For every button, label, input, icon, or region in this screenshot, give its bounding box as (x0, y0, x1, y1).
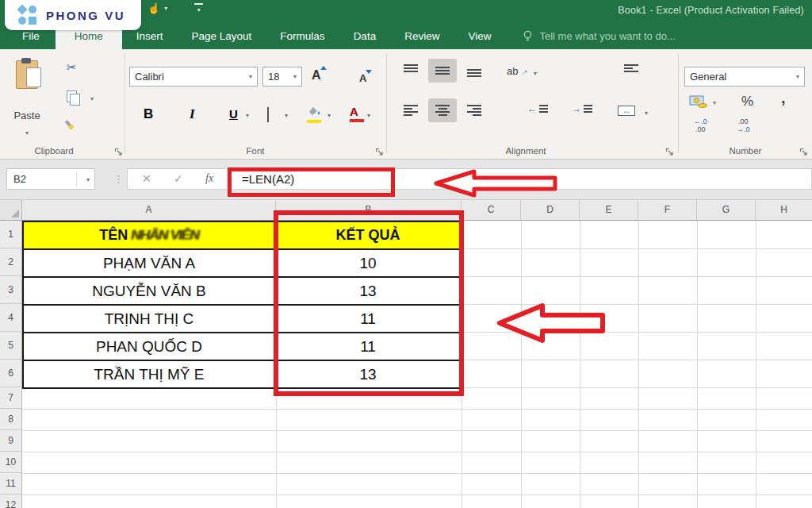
paste-dropdown[interactable]: ▾ (6, 124, 48, 138)
column-header-a[interactable]: A (22, 200, 276, 220)
row-header-9[interactable]: 9 (0, 430, 22, 452)
grip-dots-icon: ⋮ (113, 173, 124, 185)
align-left-button[interactable] (404, 105, 418, 116)
column-header-g[interactable]: G (697, 200, 756, 220)
lightbulb-icon (523, 30, 533, 42)
insert-function-icon[interactable]: fx (205, 172, 213, 185)
font-color-dropdown[interactable]: ▾ (367, 112, 370, 119)
column-header-h[interactable]: H (756, 200, 812, 220)
align-middle-button[interactable] (435, 64, 450, 77)
font-size-combo[interactable]: 18▾ (262, 67, 302, 87)
phongvu-logo-icon (17, 6, 36, 25)
merge-center-button[interactable]: ↔ (618, 106, 635, 116)
enter-icon[interactable]: ✓ (174, 172, 183, 185)
column-header-e[interactable]: E (580, 200, 638, 220)
fill-color-button[interactable] (307, 105, 321, 119)
tab-review[interactable]: Review (390, 22, 454, 49)
increase-decimal-button[interactable]: ←.0 .00 (694, 117, 707, 133)
tab-formulas[interactable]: Formulas (266, 22, 339, 49)
accounting-dropdown[interactable]: ▾ (713, 99, 716, 106)
cancel-icon[interactable]: ✕ (142, 172, 151, 185)
tab-view[interactable]: View (454, 22, 505, 49)
paste-button[interactable] (16, 58, 43, 93)
format-painter-icon[interactable] (63, 119, 76, 135)
row-header-8[interactable]: 8 (0, 409, 22, 430)
underline-button[interactable]: U (229, 107, 238, 121)
row-header-2[interactable]: 2 (0, 248, 22, 276)
row-header-12[interactable]: 12 (0, 495, 22, 508)
row-header-column: 1 2 3 4 5 6 7 8 9 10 11 12 (0, 221, 22, 508)
orientation-button[interactable]: ab→ (507, 65, 528, 77)
row-header-3[interactable]: 3 (0, 276, 22, 304)
select-all-corner[interactable] (0, 200, 22, 220)
font-color-button[interactable]: A (350, 105, 358, 119)
number-group: General▾ ▾ % , ←.0 .00 .00 →.0 Number (678, 49, 812, 159)
percent-style-button[interactable]: % (741, 94, 753, 110)
name-box[interactable]: B2 ▾ (6, 168, 95, 190)
formula-annotation-box (228, 167, 395, 197)
alignment-dialog-launcher[interactable] (665, 145, 674, 154)
touch-mode-button[interactable]: ☝ ▾ (147, 2, 167, 14)
column-header-d[interactable]: D (521, 200, 580, 220)
tab-page-layout[interactable]: Page Layout (178, 22, 266, 49)
row-header-11[interactable]: 11 (0, 473, 22, 495)
borders-dropdown[interactable]: ▾ (285, 112, 288, 119)
grow-font-button[interactable]: A (312, 68, 321, 82)
underline-dropdown[interactable]: ▾ (246, 112, 249, 119)
font-name-combo[interactable]: Calibri▾ (129, 67, 258, 87)
merge-center-dropdown[interactable]: ▾ (645, 110, 648, 117)
orientation-dropdown[interactable]: ▾ (534, 70, 537, 77)
decrease-indent-button[interactable]: ← (527, 105, 553, 113)
row-header-10[interactable]: 10 (0, 452, 22, 473)
circle-shape (29, 6, 36, 13)
row-header-6[interactable]: 6 (0, 360, 22, 387)
phongvu-logo: PHONG VU (5, 0, 141, 30)
phongvu-logo-text: PHONG VU (46, 9, 125, 22)
paste-label[interactable]: Paste (6, 110, 48, 121)
row-header-7[interactable]: 7 (0, 387, 22, 409)
cell-a2[interactable]: PHẠM VĂN A (22, 250, 276, 276)
name-box-value: B2 (13, 173, 26, 185)
font-group-label: Font (216, 146, 295, 156)
align-right-button[interactable] (467, 105, 481, 116)
row-header-4[interactable]: 4 (0, 304, 22, 332)
customize-qat-button[interactable]: ▾ (194, 3, 203, 13)
row-header-1[interactable]: 1 (0, 221, 22, 248)
decrease-decimal-button[interactable]: .00 →.0 (737, 117, 750, 133)
cell-a4[interactable]: TRỊNH THỊ C (22, 306, 276, 332)
tell-me-box[interactable]: Tell me what you want to do... (523, 22, 675, 49)
cell-a5[interactable]: PHAN QUỐC D (22, 333, 276, 360)
circle-shape (18, 17, 26, 25)
clipboard-dialog-launcher[interactable] (114, 145, 123, 154)
align-top-button[interactable] (404, 64, 418, 77)
italic-button[interactable]: I (190, 106, 195, 122)
chevron-down-icon: ▾ (164, 5, 167, 12)
shrink-font-button[interactable]: A (359, 72, 366, 84)
merge-cells-icon: ↔ (618, 106, 635, 116)
align-bottom-button[interactable] (467, 64, 481, 77)
align-center-button[interactable] (435, 105, 450, 116)
tab-data[interactable]: Data (339, 22, 391, 49)
formula-annotation-arrow (433, 168, 561, 199)
fill-color-dropdown[interactable]: ▾ (327, 112, 331, 119)
cell-a1[interactable]: TÊN NHÂN VIÊN (22, 222, 276, 248)
font-dialog-launcher[interactable] (375, 145, 384, 154)
row-header-5[interactable]: 5 (0, 332, 22, 360)
cut-icon[interactable]: ✂ (67, 60, 77, 75)
cell-a6[interactable]: TRẦN THỊ MỸ E (22, 361, 276, 387)
accounting-format-button[interactable] (689, 95, 708, 111)
bold-button[interactable]: B (144, 106, 153, 122)
comma-style-button[interactable]: , (781, 89, 786, 107)
chevron-down-icon: ▾ (197, 6, 201, 13)
copy-dropdown[interactable]: ▾ (90, 95, 94, 102)
number-format-combo[interactable]: General▾ (684, 67, 805, 87)
borders-button[interactable] (267, 108, 269, 122)
column-header-c[interactable]: C (462, 200, 521, 220)
quick-access-toolbar: ☝ ▾ ▾ (147, 2, 203, 14)
column-header-f[interactable]: F (638, 200, 697, 220)
cell-a3[interactable]: NGUYỄN VĂN B (22, 278, 276, 304)
copy-icon[interactable] (67, 90, 77, 106)
font-name-value: Calibri (135, 71, 164, 83)
increase-indent-button[interactable]: → (572, 105, 598, 113)
number-dialog-launcher[interactable] (799, 145, 808, 154)
